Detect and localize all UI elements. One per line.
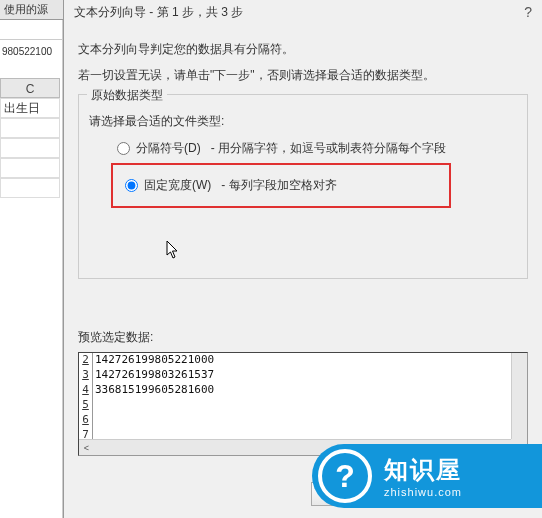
preview-row-number: 4 (79, 383, 93, 398)
annotation-highlight-box: 固定宽度(W) - 每列字段加空格对齐 (111, 163, 451, 208)
radio-option-delimited[interactable]: 分隔符号(D) - 用分隔字符，如逗号或制表符分隔每个字段 (117, 140, 517, 157)
preview-row-data (93, 413, 95, 428)
cell[interactable] (0, 158, 60, 178)
group-legend: 原始数据类型 (87, 87, 167, 104)
formula-bar[interactable] (0, 20, 63, 40)
text-to-columns-wizard-dialog: 文本分列向导 - 第 1 步，共 3 步 ? 文本分列向导判定您的数据具有分隔符… (63, 0, 542, 518)
cell-header[interactable]: 出生日 (0, 98, 60, 118)
column-header-c[interactable]: C (0, 78, 60, 98)
wizard-description-2: 若一切设置无误，请单击"下一步"，否则请选择最合适的数据类型。 (78, 66, 528, 84)
preview-row: 5 (79, 398, 511, 413)
question-mark-icon: ? (318, 449, 372, 503)
preview-row: 2142726199805221000 (79, 353, 511, 368)
spreadsheet-strip: 使用的源 980522100 C 出生日 (0, 0, 63, 518)
radio-fixed-width-desc: - 每列字段加空格对齐 (221, 177, 336, 194)
radio-fixed-width-label: 固定宽度(W) (144, 177, 211, 194)
preview-row: 7 (79, 428, 511, 439)
preview-row-number: 2 (79, 353, 93, 368)
preview-content: 2142726199805221000314272619980326153743… (79, 353, 511, 439)
preview-row-number: 3 (79, 368, 93, 383)
badge-subtitle: zhishiwu.com (384, 486, 462, 498)
preview-row-number: 5 (79, 398, 93, 413)
preview-row-data: 142726199805221000 (93, 353, 214, 368)
group-subtitle: 请选择最合适的文件类型: (89, 113, 517, 130)
dialog-title: 文本分列向导 - 第 1 步，共 3 步 (74, 4, 243, 21)
badge-title: 知识屋 (384, 454, 462, 486)
radio-delimited[interactable] (117, 142, 130, 155)
radio-option-fixed-width[interactable]: 固定宽度(W) - 每列字段加空格对齐 (125, 177, 441, 194)
preview-row: 4336815199605281600 (79, 383, 511, 398)
vertical-scrollbar[interactable] (511, 353, 527, 439)
cell[interactable] (0, 138, 60, 158)
cell-value: 980522100 (0, 44, 63, 59)
preview-row-data (93, 428, 95, 439)
preview-row-number: 7 (79, 428, 93, 439)
watermark-badge: ? 知识屋 zhishiwu.com (312, 444, 542, 508)
ribbon-tab[interactable]: 使用的源 (0, 0, 63, 20)
preview-row-data: 142726199803261537 (93, 368, 214, 383)
radio-fixed-width[interactable] (125, 179, 138, 192)
wizard-description-1: 文本分列向导判定您的数据具有分隔符。 (78, 40, 528, 58)
radio-delimited-label: 分隔符号(D) (136, 140, 201, 157)
radio-delimited-desc: - 用分隔字符，如逗号或制表符分隔每个字段 (211, 140, 446, 157)
preview-row: 6 (79, 413, 511, 428)
data-preview-box: 2142726199805221000314272619980326153743… (78, 352, 528, 456)
cell[interactable] (0, 118, 60, 138)
cell[interactable] (0, 178, 60, 198)
help-icon[interactable]: ? (524, 4, 532, 20)
dialog-titlebar: 文本分列向导 - 第 1 步，共 3 步 ? (64, 0, 542, 24)
preview-label: 预览选定数据: (78, 329, 528, 346)
original-data-type-group: 原始数据类型 请选择最合适的文件类型: 分隔符号(D) - 用分隔字符，如逗号或… (78, 94, 528, 279)
scroll-left-icon[interactable]: < (79, 440, 94, 455)
preview-row-data: 336815199605281600 (93, 383, 214, 398)
preview-row-number: 6 (79, 413, 93, 428)
preview-row-data (93, 398, 95, 413)
preview-row: 3142726199803261537 (79, 368, 511, 383)
